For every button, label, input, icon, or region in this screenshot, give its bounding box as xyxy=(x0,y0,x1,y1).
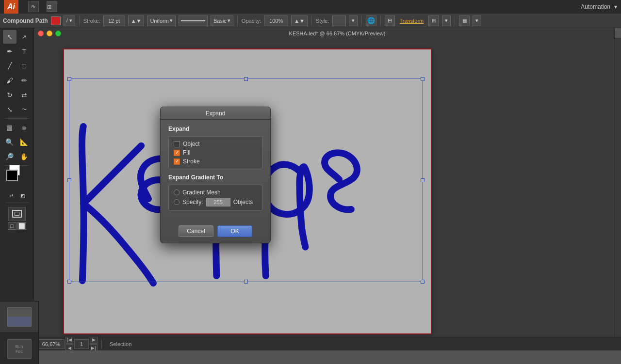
arrange-dropdown[interactable]: ▾ xyxy=(442,16,451,26)
main-area: ↖ ↗ ✒ T ╱ □ 🖌 ✏ ↻ ⇄ ⤡ 〜 ▦ ◎ 🔍 📐 xyxy=(0,28,621,350)
stroke-label: Stroke: xyxy=(83,18,100,24)
maximize-button[interactable] xyxy=(55,31,61,36)
cancel-button[interactable]: Cancel xyxy=(179,225,213,237)
fill-mode-btn[interactable] xyxy=(8,207,26,221)
separator xyxy=(79,16,80,26)
style-swatch[interactable] xyxy=(332,16,346,26)
stroke-arrows-up-down[interactable]: ▲▼ xyxy=(128,16,145,26)
fill-type-dropdown[interactable]: / ▾ xyxy=(64,16,75,26)
artboard-container: Expand Expand Object xyxy=(34,39,614,337)
zoom-input[interactable] xyxy=(38,339,65,349)
gradient-section-label: Expand Gradient To xyxy=(168,174,262,181)
globe-icon[interactable]: 🌐 xyxy=(366,16,376,26)
rect-tool[interactable]: □ xyxy=(17,59,31,73)
stroke-width-input[interactable] xyxy=(103,16,125,26)
expand-section: Object Fill Stroke xyxy=(168,136,262,169)
nav-prev[interactable]: ◀ xyxy=(65,344,73,350)
fullscreen-mode-btn[interactable]: ⬜ xyxy=(17,222,26,230)
pencil-tool[interactable]: ✏ xyxy=(17,74,31,87)
reflect-tool[interactable]: ⇄ xyxy=(17,88,31,102)
normal-mode-btn[interactable]: □ xyxy=(8,222,16,230)
opacity-input[interactable] xyxy=(264,16,288,26)
automation-arrow: ▾ xyxy=(614,3,617,10)
separator5 xyxy=(380,16,381,26)
gradient-mesh-radio[interactable] xyxy=(174,190,180,195)
text-tool[interactable]: T xyxy=(17,45,31,58)
nav-last[interactable]: ▶| xyxy=(90,344,98,350)
right-scrollbar[interactable] xyxy=(614,28,621,337)
object-row: Object xyxy=(174,141,257,147)
thumbnail-1[interactable] xyxy=(0,301,38,333)
minimize-button[interactable] xyxy=(47,31,52,36)
opacity-label: Opacity: xyxy=(242,18,261,24)
expand-dialog: Expand Expand Object xyxy=(160,107,271,243)
gradient-mesh-label: Gradient Mesh xyxy=(182,189,221,196)
specify-radio[interactable] xyxy=(174,199,180,205)
stroke-type-bar[interactable] xyxy=(179,16,208,26)
thumbnail-panel: BunFac xyxy=(0,301,39,364)
nav-next[interactable]: ▶ xyxy=(90,336,98,344)
page-input[interactable] xyxy=(74,339,89,349)
style-dropdown[interactable]: ▾ xyxy=(349,16,358,26)
opacity-arrows[interactable]: ▲▼ xyxy=(291,16,308,26)
stroke-type-dropdown[interactable]: Basic ▾ xyxy=(211,16,233,26)
stroke-style-dropdown[interactable]: Uniform ▾ xyxy=(147,16,176,26)
zoom-display: |◀ ◀ ▶ ▶| xyxy=(38,336,98,350)
object-label: Object xyxy=(183,141,200,147)
align-dropdown[interactable]: ▾ xyxy=(473,16,481,26)
paintbrush-tool[interactable]: 🖌 xyxy=(3,74,16,87)
document-window: KESHA-led* @ 66,67% (CMYK/Preview) xyxy=(34,28,614,337)
eyedropper-tool[interactable]: 🔍 xyxy=(3,135,16,149)
canvas-area[interactable]: KESHA-led* @ 66,67% (CMYK/Preview) xyxy=(34,28,614,337)
thumbnail-2[interactable]: BunFac xyxy=(0,333,38,364)
workspace-btn[interactable]: ⊞ xyxy=(47,1,57,12)
transform-link[interactable]: Transform xyxy=(398,17,426,25)
canvas-scroll-area: KESHA-led* @ 66,67% (CMYK/Preview) xyxy=(34,28,621,337)
align-icon[interactable]: ▦ xyxy=(459,16,470,26)
stroke-checkbox[interactable] xyxy=(174,158,180,165)
direct-select-tool[interactable]: ↗ xyxy=(17,30,31,44)
separator2 xyxy=(237,16,238,26)
scale-tool[interactable]: ⤡ xyxy=(3,103,16,116)
object-checkbox[interactable] xyxy=(174,141,180,147)
expand-section-label: Expand xyxy=(168,126,262,132)
zoom-tool[interactable]: 🔎 xyxy=(3,150,16,163)
objects-label: Objects xyxy=(233,199,253,206)
swap-colors-btn[interactable]: ⇄ xyxy=(6,190,16,201)
line-tool[interactable]: ╱ xyxy=(3,59,16,73)
fill-checkbox[interactable] xyxy=(174,150,180,156)
select-tool[interactable]: ↖ xyxy=(3,30,16,44)
bridge-icon[interactable]: Br xyxy=(28,1,39,12)
close-button[interactable] xyxy=(38,31,44,36)
warp-tool[interactable]: 〜 xyxy=(17,103,31,116)
hand-tool[interactable]: ✋ xyxy=(17,150,31,163)
rotate-tool[interactable]: ↻ xyxy=(3,88,16,102)
arrange-icon2[interactable]: ⊞ xyxy=(428,16,439,26)
tool-label: Compound Path xyxy=(3,17,48,24)
measure-tool[interactable]: 📐 xyxy=(17,135,31,149)
automation-menu[interactable]: Automation xyxy=(579,2,612,11)
nav-first[interactable]: |◀ xyxy=(65,336,73,344)
pen-tool[interactable]: ✒ xyxy=(3,45,16,58)
specify-input[interactable] xyxy=(206,198,230,206)
blend-tool[interactable]: ◎ xyxy=(17,121,31,134)
stroke-row: Stroke xyxy=(174,158,257,165)
ok-button[interactable]: OK xyxy=(217,225,252,237)
status-tool: Selection xyxy=(110,341,131,347)
arrange-icon1[interactable]: ⊟ xyxy=(385,16,395,26)
dialog-buttons: Cancel OK xyxy=(161,222,270,243)
specify-label: Specify: xyxy=(182,199,203,206)
specify-row: Specify: Objects xyxy=(174,198,257,206)
dialog-title-bar: Expand xyxy=(161,107,270,120)
status-bar: |◀ ◀ ▶ ▶| Selection xyxy=(34,337,621,350)
default-colors-btn[interactable]: ◩ xyxy=(17,190,28,201)
dialog-title: Expand xyxy=(206,110,226,117)
style-label: Style: xyxy=(316,18,329,24)
fill-color-swatch[interactable] xyxy=(51,16,61,25)
gradient-tool[interactable]: ▦ xyxy=(3,121,16,134)
fill-label: Fill xyxy=(183,149,190,156)
fg-color-box[interactable] xyxy=(6,170,18,181)
title-bar: KESHA-led* @ 66,67% (CMYK/Preview) xyxy=(34,28,614,39)
options-bar: Compound Path / ▾ Stroke: ▲▼ Uniform ▾ B… xyxy=(0,14,621,28)
gradient-section: Gradient Mesh Specify: Objects xyxy=(168,185,262,211)
